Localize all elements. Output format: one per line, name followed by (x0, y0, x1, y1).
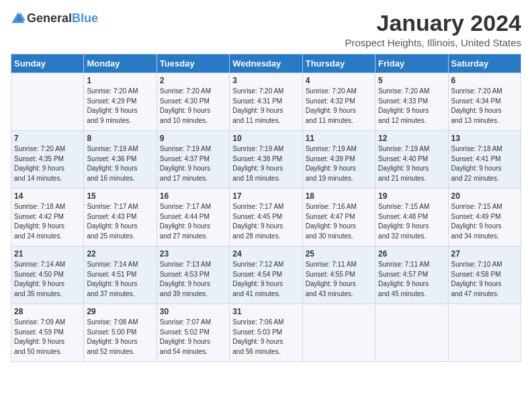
sunrise-text: Sunrise: 7:15 AM (378, 203, 429, 210)
day-info: Sunrise: 7:11 AMSunset: 4:57 PMDaylight:… (378, 260, 445, 299)
col-tuesday: Tuesday (157, 54, 229, 73)
daylight-hours: Daylight: 9 hours (160, 107, 210, 114)
daylight-hours: Daylight: 9 hours (14, 280, 64, 287)
day-info: Sunrise: 7:16 AMSunset: 4:47 PMDaylight:… (306, 202, 372, 241)
daylight-minutes: and 35 minutes. (14, 290, 62, 298)
calendar-cell-w4-d6 (448, 304, 521, 362)
sunset-text: Sunset: 4:35 PM (14, 155, 64, 163)
daylight-hours: Daylight: 9 hours (232, 222, 283, 230)
calendar-week-4: 28Sunrise: 7:09 AMSunset: 4:59 PMDayligh… (11, 304, 521, 362)
day-number: 12 (378, 134, 445, 143)
sunrise-text: Sunrise: 7:07 AM (160, 318, 211, 326)
daylight-hours: Daylight: 9 hours (451, 280, 502, 287)
calendar-cell-w4-d2: 30Sunrise: 7:07 AMSunset: 5:02 PMDayligh… (157, 304, 229, 362)
sunrise-text: Sunrise: 7:20 AM (160, 87, 211, 95)
day-info: Sunrise: 7:13 AMSunset: 4:53 PMDaylight:… (160, 260, 226, 299)
day-number: 8 (87, 134, 153, 143)
calendar-cell-w4-d3: 31Sunrise: 7:06 AMSunset: 5:03 PMDayligh… (230, 304, 302, 362)
daylight-hours: Daylight: 9 hours (378, 222, 429, 230)
sunset-text: Sunset: 4:31 PM (232, 97, 282, 105)
daylight-minutes: and 18 minutes. (232, 175, 280, 182)
sunset-text: Sunset: 4:53 PM (160, 271, 210, 278)
daylight-hours: Daylight: 9 hours (160, 165, 210, 172)
sunrise-text: Sunrise: 7:08 AM (87, 318, 138, 326)
day-info: Sunrise: 7:19 AMSunset: 4:37 PMDaylight:… (160, 144, 226, 183)
daylight-minutes: and 11 minutes. (232, 117, 280, 124)
sunrise-text: Sunrise: 7:19 AM (232, 145, 283, 152)
sunrise-text: Sunrise: 7:10 AM (451, 261, 502, 268)
calendar-cell-w1-d3: 10Sunrise: 7:19 AMSunset: 4:38 PMDayligh… (230, 131, 302, 189)
sunrise-text: Sunrise: 7:19 AM (87, 145, 138, 152)
calendar-cell-w0-d6: 6Sunrise: 7:20 AMSunset: 4:34 PMDaylight… (448, 73, 521, 131)
col-wednesday: Wednesday (230, 54, 302, 73)
sunrise-text: Sunrise: 7:18 AM (451, 145, 502, 152)
day-info: Sunrise: 7:12 AMSunset: 4:54 PMDaylight:… (232, 260, 299, 299)
day-number: 14 (14, 191, 81, 201)
sunset-text: Sunset: 4:58 PM (451, 271, 501, 278)
daylight-hours: Daylight: 9 hours (306, 165, 356, 172)
sunset-text: Sunset: 4:29 PM (87, 97, 136, 105)
day-info: Sunrise: 7:08 AMSunset: 5:00 PMDaylight:… (87, 318, 153, 357)
calendar-cell-w3-d1: 22Sunrise: 7:14 AMSunset: 4:51 PMDayligh… (84, 246, 157, 304)
day-number: 9 (160, 134, 226, 143)
sunset-text: Sunset: 4:59 PM (14, 328, 64, 336)
day-number: 13 (451, 134, 518, 143)
daylight-minutes: and 10 minutes. (160, 117, 208, 124)
sunrise-text: Sunrise: 7:09 AM (14, 318, 65, 326)
day-info: Sunrise: 7:15 AMSunset: 4:48 PMDaylight:… (378, 202, 445, 241)
sunset-text: Sunset: 4:55 PM (306, 271, 355, 278)
daylight-hours: Daylight: 9 hours (378, 280, 429, 287)
location-subtitle: Prospect Heights, Illinois, United State… (345, 37, 521, 48)
day-number: 5 (378, 76, 445, 85)
sunset-text: Sunset: 4:36 PM (87, 155, 136, 163)
calendar-cell-w1-d1: 8Sunrise: 7:19 AMSunset: 4:36 PMDaylight… (84, 131, 157, 189)
day-number: 10 (232, 134, 299, 143)
day-info: Sunrise: 7:17 AMSunset: 4:45 PMDaylight:… (232, 202, 299, 241)
day-number: 16 (160, 191, 226, 201)
daylight-hours: Daylight: 9 hours (14, 165, 64, 172)
sunrise-text: Sunrise: 7:15 AM (451, 203, 502, 210)
daylight-hours: Daylight: 9 hours (14, 338, 64, 345)
calendar-cell-w3-d2: 23Sunrise: 7:13 AMSunset: 4:53 PMDayligh… (157, 246, 229, 304)
sunset-text: Sunset: 4:57 PM (378, 271, 428, 278)
sunrise-text: Sunrise: 7:19 AM (306, 145, 357, 152)
daylight-hours: Daylight: 9 hours (160, 222, 210, 230)
sunrise-text: Sunrise: 7:20 AM (87, 87, 138, 95)
daylight-minutes: and 37 minutes. (87, 290, 134, 298)
daylight-minutes: and 34 minutes. (451, 232, 499, 240)
day-number: 15 (87, 191, 153, 201)
daylight-hours: Daylight: 9 hours (87, 107, 137, 114)
daylight-minutes: and 41 minutes. (232, 290, 280, 298)
day-number: 3 (232, 76, 299, 85)
sunrise-text: Sunrise: 7:20 AM (378, 87, 429, 95)
sunset-text: Sunset: 4:39 PM (306, 155, 355, 163)
calendar-cell-w4-d5 (375, 304, 448, 362)
day-info: Sunrise: 7:20 AMSunset: 4:32 PMDaylight:… (306, 87, 372, 126)
day-info: Sunrise: 7:20 AMSunset: 4:33 PMDaylight:… (378, 87, 445, 126)
logo-icon (11, 11, 26, 26)
sunset-text: Sunset: 4:41 PM (451, 155, 501, 163)
daylight-hours: Daylight: 9 hours (87, 280, 137, 287)
day-info: Sunrise: 7:20 AMSunset: 4:29 PMDaylight:… (87, 87, 153, 126)
daylight-minutes: and 14 minutes. (14, 175, 62, 182)
sunrise-text: Sunrise: 7:19 AM (160, 145, 211, 152)
daylight-hours: Daylight: 9 hours (14, 222, 64, 230)
sunset-text: Sunset: 4:42 PM (14, 213, 64, 220)
col-monday: Monday (84, 54, 157, 73)
sunset-text: Sunset: 5:02 PM (160, 328, 210, 336)
day-number: 21 (14, 249, 81, 259)
sunset-text: Sunset: 4:43 PM (87, 213, 136, 220)
day-info: Sunrise: 7:20 AMSunset: 4:31 PMDaylight:… (232, 87, 299, 126)
daylight-hours: Daylight: 9 hours (451, 222, 502, 230)
calendar-week-0: 1Sunrise: 7:20 AMSunset: 4:29 PMDaylight… (11, 73, 521, 131)
day-number: 11 (306, 134, 372, 143)
daylight-minutes: and 54 minutes. (160, 348, 208, 355)
calendar-table: Sunday Monday Tuesday Wednesday Thursday… (11, 54, 521, 362)
sunrise-text: Sunrise: 7:13 AM (160, 261, 211, 268)
calendar-cell-w4-d1: 29Sunrise: 7:08 AMSunset: 5:00 PMDayligh… (84, 304, 157, 362)
calendar-cell-w1-d0: 7Sunrise: 7:20 AMSunset: 4:35 PMDaylight… (11, 131, 84, 189)
sunrise-text: Sunrise: 7:20 AM (232, 87, 283, 95)
daylight-minutes: and 27 minutes. (160, 232, 208, 240)
day-number: 19 (378, 191, 445, 201)
day-info: Sunrise: 7:17 AMSunset: 4:44 PMDaylight:… (160, 202, 226, 241)
